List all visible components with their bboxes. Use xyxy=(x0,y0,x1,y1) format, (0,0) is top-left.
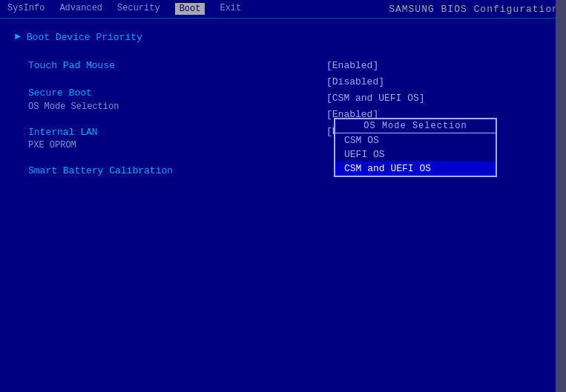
menu-item-exit[interactable]: Exit xyxy=(220,3,241,15)
arrow-icon: ► xyxy=(15,31,21,42)
main-content: ► Boot Device Priority Touch Pad Mouse S… xyxy=(0,19,566,384)
row-boot-device-priority[interactable]: ► Boot Device Priority xyxy=(15,30,326,45)
internal-lan-label: Internal LAN xyxy=(28,125,98,140)
row-internal-lan[interactable]: Internal LAN PXE OPROM xyxy=(28,125,326,151)
row-touch-pad-mouse[interactable]: Touch Pad Mouse xyxy=(28,59,326,73)
boot-device-priority-label: Boot Device Priority xyxy=(27,30,142,45)
dropdown-option-uefi-os[interactable]: UEFI OS xyxy=(335,147,496,162)
dropdown-option-csm-uefi-os[interactable]: CSM and UEFI OS xyxy=(335,162,496,176)
os-mode-selection-label: OS Mode Selection xyxy=(28,102,119,112)
dropdown-title: OS Mode Selection xyxy=(335,119,496,133)
pxe-oprom-label: PXE OPROM xyxy=(28,140,98,150)
row-smart-battery[interactable]: Smart Battery Calibration xyxy=(28,164,326,179)
bios-title: SAMSUNG BIOS Configuration xyxy=(389,4,559,15)
top-menu-bar: SysInfo Advanced Security Boot Exit SAMS… xyxy=(0,0,566,19)
menu-item-sysinfo[interactable]: SysInfo xyxy=(7,3,45,15)
left-panel: ► Boot Device Priority Touch Pad Mouse S… xyxy=(15,30,326,372)
menu-items-left: SysInfo Advanced Security Boot Exit xyxy=(7,3,241,15)
dropdown-option-csm-os[interactable]: CSM OS xyxy=(335,133,496,147)
secure-boot-value: [Disabled] xyxy=(326,75,551,90)
os-mode-value: [CSM and UEFI OS] xyxy=(326,91,551,106)
menu-item-advanced[interactable]: Advanced xyxy=(59,3,102,15)
touch-pad-mouse-label: Touch Pad Mouse xyxy=(28,59,115,73)
menu-item-security[interactable]: Security xyxy=(117,3,160,15)
os-mode-dropdown[interactable]: OS Mode Selection CSM OS UEFI OS CSM and… xyxy=(334,118,497,177)
right-edge-decoration xyxy=(556,0,566,392)
smart-battery-label: Smart Battery Calibration xyxy=(28,164,173,179)
menu-item-boot[interactable]: Boot xyxy=(175,3,205,15)
row-secure-boot[interactable]: Secure Boot OS Mode Selection xyxy=(28,86,326,112)
secure-boot-label: Secure Boot xyxy=(28,86,119,101)
right-panel: [Enabled] [Disabled] [CSM and UEFI OS] [… xyxy=(326,30,551,372)
touch-pad-value: [Enabled] xyxy=(326,59,551,73)
